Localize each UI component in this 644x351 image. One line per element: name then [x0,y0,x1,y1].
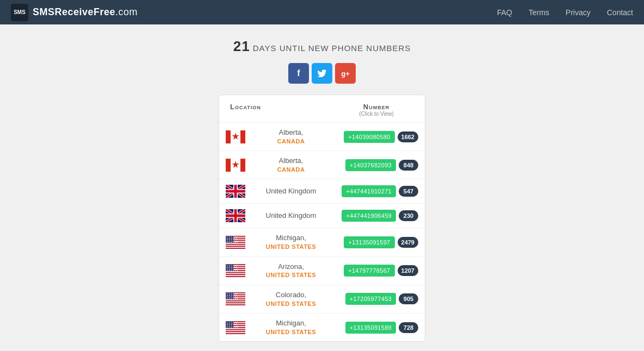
main: 21 DAYS UNTIL NEW PHONE NUMBERS f g+ Loc… [0,24,644,351]
svg-text:★ ★ ★ ★ ★ ★: ★ ★ ★ ★ ★ ★ [226,269,238,272]
svg-rect-55 [226,272,245,273]
location-text: Alberta,CANADA [256,156,326,173]
twitter-button[interactable] [312,63,332,84]
countdown-text: 21 DAYS UNTIL NEW PHONE NUMBERS [233,43,411,53]
svg-rect-97 [226,331,245,332]
count-badge: 848 [399,160,418,171]
svg-rect-99 [226,333,245,334]
social-buttons: f g+ [288,63,356,84]
table-row: United Kingdom +447441910271 547 [219,179,425,204]
table-row: United Kingdom +447441906459 230 [219,204,425,228]
count-badge: 547 [399,186,418,197]
svg-rect-38 [226,247,245,248]
table-row: ★ ★ ★ ★ ★ ★ ★ ★ ★ ★ ★ ★ ★ ★ ★ ★ ★ ★ ★ ★ … [219,257,425,285]
count-badge: 728 [399,322,418,333]
col-number-header: Number (Click to View) [339,103,414,117]
svg-text:★ ★ ★ ★ ★ ★: ★ ★ ★ ★ ★ ★ [226,327,238,329]
phone-table: Location Number (Click to View) Alberta,… [219,95,425,342]
number-area: +14039080580 1662 [326,131,418,143]
number-area: +13135091597 2479 [326,236,418,248]
svg-rect-56 [226,273,245,274]
svg-rect-35 [226,244,245,245]
location-text: Colorado,UNITED STATES [256,291,326,308]
svg-rect-1 [226,130,231,143]
svg-rect-6 [240,159,245,172]
number-button[interactable]: +13135091589 [345,322,396,334]
svg-rect-77 [226,303,245,304]
facebook-button[interactable]: f [288,63,309,84]
svg-rect-5 [226,159,231,172]
number-area: +447441910271 547 [326,185,418,197]
nav-privacy[interactable]: Privacy [566,8,591,17]
svg-rect-98 [226,332,245,333]
svg-rect-57 [226,274,245,275]
number-button[interactable]: +14797778567 [344,265,394,277]
location-text: Michigan,UNITED STATES [256,234,326,250]
number-button[interactable]: +14039080580 [344,131,394,143]
number-button[interactable]: +447441910271 [342,185,396,197]
count-badge: 1207 [398,265,418,276]
svg-rect-78 [226,304,245,305]
countdown-label: DAYS UNTIL NEW PHONE NUMBERS [253,43,411,53]
col-location-header: Location [230,103,339,117]
flag-us: ★ ★ ★ ★ ★ ★ ★ ★ ★ ★ ★ ★ ★ ★ ★ ★ ★ ★ ★ ★ … [226,264,256,277]
nav: FAQ Terms Privacy Contact [497,8,633,17]
number-area: +13135091589 728 [326,322,418,334]
flag-uk [226,185,256,198]
svg-rect-2 [240,130,245,143]
svg-rect-75 [226,300,245,302]
svg-rect-79 [226,305,245,306]
location-text: United Kingdom [256,187,326,196]
flag-canada [226,159,256,172]
logo-area: SMS SMSReceiveFree.com [11,4,138,21]
flag-canada [226,130,256,143]
flag-us: ★ ★ ★ ★ ★ ★ ★ ★ ★ ★ ★ ★ ★ ★ ★ ★ ★ ★ ★ ★ … [226,321,256,334]
location-text: United Kingdom [256,211,326,221]
svg-rect-96 [226,330,245,331]
flag-uk [226,209,256,222]
flag-us: ★ ★ ★ ★ ★ ★ ★ ★ ★ ★ ★ ★ ★ ★ ★ ★ ★ ★ ★ ★ … [226,236,256,249]
svg-rect-95 [226,329,245,330]
number-area: +17205977453 905 [326,293,418,305]
svg-rect-59 [226,276,245,277]
svg-text:★ ★ ★ ★ ★ ★: ★ ★ ★ ★ ★ ★ [226,241,238,243]
table-row: ★ ★ ★ ★ ★ ★ ★ ★ ★ ★ ★ ★ ★ ★ ★ ★ ★ ★ ★ ★ … [219,228,425,256]
table-row: Alberta,CANADA +14037682093 848 [219,151,425,179]
flag-us: ★ ★ ★ ★ ★ ★ ★ ★ ★ ★ ★ ★ ★ ★ ★ ★ ★ ★ ★ ★ … [226,292,256,305]
countdown-number: 21 [233,38,250,54]
count-badge: 905 [399,293,418,304]
location-text: Arizona,UNITED STATES [256,262,326,279]
svg-rect-76 [226,302,245,303]
location-text: Alberta,CANADA [256,128,326,145]
logo-icon: SMS [11,4,28,21]
googleplus-button[interactable]: g+ [335,63,356,84]
nav-contact[interactable]: Contact [607,8,633,17]
table-row: ★ ★ ★ ★ ★ ★ ★ ★ ★ ★ ★ ★ ★ ★ ★ ★ ★ ★ ★ ★ … [219,285,425,314]
table-row: ★ ★ ★ ★ ★ ★ ★ ★ ★ ★ ★ ★ ★ ★ ★ ★ ★ ★ ★ ★ … [219,314,425,341]
location-text: Michigan,UNITED STATES [256,319,326,336]
count-badge: 1662 [398,131,418,142]
number-button[interactable]: +447441906459 [342,210,396,222]
number-button[interactable]: +17205977453 [345,293,396,305]
number-button[interactable]: +13135091597 [344,236,394,248]
countdown: 21 DAYS UNTIL NEW PHONE NUMBERS [233,38,411,55]
number-area: +14797778567 1207 [326,265,418,277]
table-body: Alberta,CANADA +14039080580 1662 Alberta… [219,123,425,341]
logo-text: SMSReceiveFree.com [33,7,138,18]
nav-faq[interactable]: FAQ [497,8,512,17]
number-area: +14037682093 848 [326,159,418,171]
number-button[interactable]: +14037682093 [345,159,396,171]
nav-terms[interactable]: Terms [529,8,549,17]
svg-rect-37 [226,246,245,247]
svg-rect-36 [226,245,245,246]
number-area: +447441906459 230 [326,210,418,222]
svg-rect-58 [226,275,245,277]
svg-text:★ ★ ★ ★ ★ ★: ★ ★ ★ ★ ★ ★ [226,298,238,300]
table-row: Alberta,CANADA +14039080580 1662 [219,123,425,151]
header: SMS SMSReceiveFree.com FAQ Terms Privacy… [0,0,644,24]
count-badge: 2479 [398,237,418,248]
table-header: Location Number (Click to View) [219,95,425,123]
count-badge: 230 [399,210,418,221]
svg-rect-39 [226,248,245,249]
